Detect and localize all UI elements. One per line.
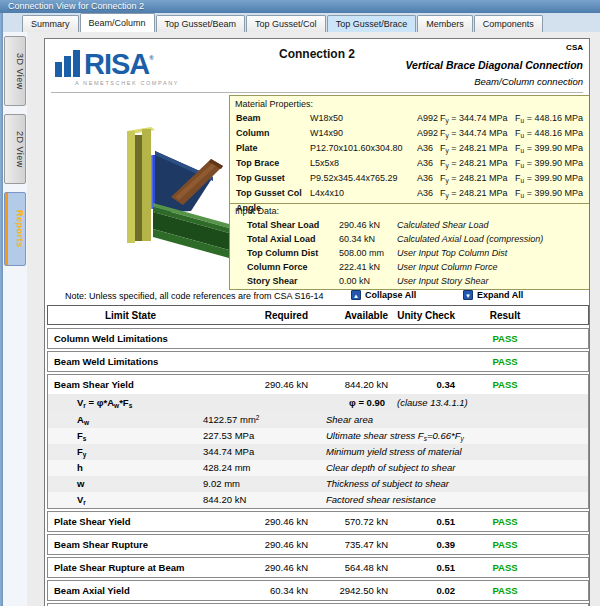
status-badge: PASS bbox=[460, 333, 550, 344]
material-row-top-brace: Top Brace L5x5x8 A36 Fy = 248.21 MPa Fu … bbox=[230, 156, 589, 171]
table-row-beam-shear-yield[interactable]: Beam Shear Yield 290.46 kN 844.20 kN 0.3… bbox=[47, 374, 589, 509]
collapse-all-label: Collapse All bbox=[365, 290, 416, 300]
collapse-all-icon: ▲ bbox=[351, 290, 361, 300]
note-bar: Note: Unless specified, all code referen… bbox=[45, 290, 590, 304]
properties-panel: Material Properties: Beam W18x50 A992 Fy… bbox=[229, 95, 590, 290]
detail-row-w: w 9.02 mm Thickness of subject to shear bbox=[48, 476, 588, 492]
status-badge: PASS bbox=[460, 379, 550, 390]
status-badge: PASS bbox=[460, 585, 550, 596]
connection-sub-subtitle: Beam/Column connection bbox=[474, 76, 583, 87]
detail-formula-row: Vr = φ*Aw*Fs φ = 0.90 (clause 13.4.1.1) bbox=[48, 394, 588, 412]
expand-all-label: Expand All bbox=[477, 290, 523, 300]
report-page: RISA® A NEMETSCHEK COMPANY Connection 2 … bbox=[44, 38, 590, 606]
side-tab-rail: 3D View 2D View Reports bbox=[3, 32, 27, 606]
detail-row-fy: Fy 344.74 MPa Minimum yield stress of ma… bbox=[48, 444, 588, 460]
input-row-total-shear-load: Total Shear Load 290.46 kN Calculated Sh… bbox=[230, 218, 589, 232]
material-row-top-gusset: Top Gusset P9.52x345.44x765.29 A36 Fy = … bbox=[230, 171, 589, 186]
tab-top-gusset-brace[interactable]: Top Gusset/Brace bbox=[327, 15, 417, 32]
material-row-plate: Plate P12.70x101.60x304.80 A36 Fy = 248.… bbox=[230, 141, 589, 156]
expand-all-button[interactable]: ▼ Expand All bbox=[463, 290, 523, 300]
beam-shear-yield-detail: Vr = φ*Aw*Fs φ = 0.90 (clause 13.4.1.1) … bbox=[48, 394, 588, 508]
side-tab-2d-view[interactable]: 2D View bbox=[4, 114, 26, 184]
input-row-column-force: Column Force 222.41 kN User Input Column… bbox=[230, 260, 589, 274]
table-row-plate-shear-rupture-at-beam[interactable]: Plate Shear Rupture at Beam 290.46 kN 56… bbox=[47, 557, 589, 578]
status-badge: PASS bbox=[460, 539, 550, 550]
design-code-label: CSA bbox=[566, 43, 583, 52]
material-row-top-gusset-col-angle: Top Gusset Col Angle L4x4x10 A36 Fy = 24… bbox=[230, 186, 589, 201]
material-row-beam: Beam W18x50 A992 Fy = 344.74 MPa Fu = 44… bbox=[230, 111, 589, 126]
detail-row-fs: Fs 227.53 MPa Ultimate shear stress Fs=0… bbox=[48, 428, 588, 444]
code-reference-note: Note: Unless specified, all code referen… bbox=[65, 291, 324, 301]
tab-components[interactable]: Components bbox=[474, 15, 543, 32]
window-title: Connection View for Connection 2 bbox=[8, 1, 144, 11]
side-tab-reports[interactable]: Reports bbox=[4, 192, 26, 266]
input-row-story-shear: Story Shear 0.00 kN User Input Story She… bbox=[230, 274, 589, 288]
status-badge: PASS bbox=[460, 562, 550, 573]
tab-beam-column[interactable]: Beam/Column bbox=[80, 13, 155, 32]
window-titlebar: Connection View for Connection 2 bbox=[0, 0, 600, 13]
material-properties-label: Material Properties: bbox=[230, 98, 589, 111]
input-row-top-column-dist: Top Column Dist 508.00 mm User Input Top… bbox=[230, 246, 589, 260]
detail-row-aw: Aw 4122.57 mm2 Shear area bbox=[48, 412, 588, 428]
tab-summary[interactable]: Summary bbox=[22, 15, 79, 32]
app-window: Connection View for Connection 2 Summary… bbox=[0, 0, 600, 606]
tab-top-gusset-beam[interactable]: Top Gusset/Beam bbox=[156, 15, 246, 32]
status-badge: PASS bbox=[460, 356, 550, 367]
connection-3d-image bbox=[71, 117, 241, 282]
table-row-plate-shear-yield[interactable]: Plate Shear Yield 290.46 kN 570.72 kN 0.… bbox=[47, 511, 589, 532]
risa-logo-subtitle: A NEMETSCHEK COMPANY bbox=[75, 80, 179, 86]
tab-members[interactable]: Members bbox=[417, 15, 473, 32]
limit-state-table: Limit State Required Available Unity Che… bbox=[47, 305, 589, 606]
header-divider bbox=[51, 92, 583, 93]
table-row-beam-shear-rupture[interactable]: Beam Shear Rupture 290.46 kN 735.47 kN 0… bbox=[47, 534, 589, 555]
input-row-total-axial-load: Total Axial Load 60.34 kN Calculated Axi… bbox=[230, 232, 589, 246]
table-row-beam-axial-yield[interactable]: Beam Axial Yield 60.34 kN 2942.50 kN 0.0… bbox=[47, 580, 589, 601]
connection-type-subtitle: Vertical Brace Diagonal Connection bbox=[405, 59, 583, 71]
table-row-beam-weld-limitations[interactable]: Beam Weld Limitations PASS bbox=[47, 351, 589, 372]
table-header: Limit State Required Available Unity Che… bbox=[47, 305, 589, 325]
collapse-all-button[interactable]: ▲ Collapse All bbox=[351, 290, 416, 300]
side-tab-3d-view[interactable]: 3D View bbox=[4, 36, 26, 106]
material-row-column: Column W14x90 A992 Fy = 344.74 MPa Fu = … bbox=[230, 126, 589, 141]
status-badge: PASS bbox=[460, 516, 550, 527]
detail-row-vr: Vr 844.20 kN Factored shear resistance bbox=[48, 492, 588, 508]
top-tab-bar: Summary Beam/Column Top Gusset/Beam Top … bbox=[3, 13, 600, 32]
detail-row-h: h 428.24 mm Clear depth of subject to sh… bbox=[48, 460, 588, 476]
tab-top-gusset-col[interactable]: Top Gusset/Col bbox=[246, 15, 326, 32]
table-row-column-weld-limitations[interactable]: Column Weld Limitations PASS bbox=[47, 328, 589, 349]
expand-all-icon: ▼ bbox=[463, 290, 473, 300]
